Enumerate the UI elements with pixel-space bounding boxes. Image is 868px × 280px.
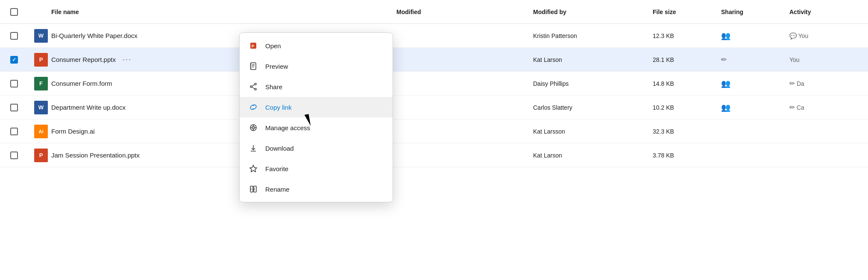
menu-item-share[interactable]: Share (240, 76, 393, 97)
activity-cell: ✏ Da (789, 79, 858, 88)
menu-item-copy-link[interactable]: Copy link (240, 97, 393, 117)
filesize-cell: 12.3 KB (653, 32, 721, 39)
select-all-checkbox[interactable] (10, 8, 18, 16)
col-header-modified: Modified (396, 9, 533, 15)
sharing-icon: 👥 (721, 32, 730, 40)
sharing-icon: 👥 (721, 103, 730, 112)
svg-point-10 (253, 127, 254, 128)
file-icon-cell: P (31, 53, 51, 67)
row-checkbox-input[interactable] (10, 104, 18, 111)
open-icon: P (248, 41, 258, 51)
menu-item-open-label: Open (265, 42, 281, 50)
table-header: File name Modified Modified by File size… (0, 0, 868, 24)
svg-marker-18 (250, 165, 257, 172)
file-icon-cell: W (31, 101, 51, 114)
menu-item-download[interactable]: Download (240, 138, 393, 158)
table-row[interactable]: W Bi-Quarterly White Paper.docx Kristin … (0, 24, 868, 48)
sharing-cell: 👥 (721, 79, 789, 88)
modified-by-cell: Daisy Phillips (533, 80, 653, 87)
docx-icon: W (34, 101, 48, 114)
svg-line-8 (252, 87, 255, 89)
modified-by-cell: Kat Larson (533, 152, 653, 159)
row-checkbox[interactable] (10, 80, 31, 88)
table-body: W Bi-Quarterly White Paper.docx Kristin … (0, 24, 868, 280)
activity-icon: 💬 (789, 32, 797, 39)
more-options-button[interactable]: ··· (123, 55, 132, 64)
file-icon-cell: F (31, 77, 51, 90)
menu-item-rename-label: Rename (265, 186, 290, 193)
menu-item-preview-label: Preview (265, 63, 288, 70)
edit-icon: ✏ (789, 104, 795, 111)
row-checkbox[interactable] (10, 128, 31, 135)
row-checkbox-input[interactable] (10, 80, 18, 88)
col-header-name: File name (51, 9, 396, 15)
edit-icon: ✏ (721, 56, 727, 63)
preview-icon (248, 61, 258, 71)
file-name: Bi-Quarterly White Paper.docx (51, 32, 138, 39)
col-header-activity: Activity (789, 9, 858, 15)
svg-rect-2 (251, 63, 256, 70)
modified-by-cell: Carlos Slattery (533, 104, 653, 111)
manage-access-icon (248, 122, 258, 133)
menu-item-manage-access[interactable]: Manage access (240, 117, 393, 138)
share-icon (248, 82, 258, 92)
table-row[interactable]: Ai Form Design.ai Kat Larsson 32.3 KB (0, 120, 868, 143)
file-icon-cell: Ai (31, 125, 51, 138)
menu-item-open[interactable]: P Open (240, 35, 393, 56)
filesize-cell: 32.3 KB (653, 128, 721, 135)
header-checkbox[interactable] (10, 8, 31, 16)
activity-cell: 💬 You (789, 32, 858, 39)
table-row[interactable]: F Consumer Form.form Daisy Phillips 14.8… (0, 72, 868, 96)
pptx-icon: P (34, 53, 48, 67)
file-icon-cell: P (31, 149, 51, 162)
row-checkbox-input[interactable] (10, 128, 18, 135)
copy-link-icon (248, 102, 258, 112)
menu-item-copy-link-label: Copy link (265, 104, 292, 111)
filesize-cell: 28.1 KB (653, 56, 721, 63)
favorite-icon (248, 163, 258, 174)
sharing-cell: ✏ (721, 55, 789, 64)
filesize-cell: 10.2 KB (653, 104, 721, 111)
row-checkbox[interactable] (10, 56, 31, 64)
svg-line-7 (252, 85, 255, 86)
row-checkbox-input[interactable] (10, 56, 18, 64)
row-checkbox[interactable] (10, 152, 31, 159)
menu-item-preview[interactable]: Preview (240, 56, 393, 76)
file-name: Consumer Form.form (51, 80, 112, 87)
menu-item-manage-access-label: Manage access (265, 124, 310, 131)
table-row[interactable]: W Department Write up.docx Carlos Slatte… (0, 96, 868, 120)
menu-item-share-label: Share (265, 83, 282, 90)
sharing-cell: 👥 (721, 103, 789, 112)
pptx-icon: P (34, 149, 48, 162)
filesize-cell: 14.8 KB (653, 80, 721, 87)
row-checkbox[interactable] (10, 32, 31, 40)
filesize-cell: 3.78 KB (653, 152, 721, 159)
file-name: Department Write up.docx (51, 104, 126, 111)
activity-cell: ✏ Ca (789, 103, 858, 111)
file-name: Form Design.ai (51, 128, 95, 135)
menu-item-favorite[interactable]: Favorite (240, 158, 393, 179)
svg-point-6 (250, 86, 252, 88)
col-header-modified-by: Modified by (533, 9, 653, 15)
col-header-sharing: Sharing (721, 9, 789, 15)
sharing-icon: 👥 (721, 79, 730, 88)
activity-cell: You (789, 56, 858, 63)
ai-icon: Ai (34, 125, 48, 138)
menu-item-rename[interactable]: Rename (240, 179, 393, 199)
table-row[interactable]: P Consumer Report.pptx ··· Kat Larson 28… (0, 48, 868, 72)
menu-item-download-label: Download (265, 145, 294, 152)
edit-icon: ✏ (789, 80, 795, 87)
svg-point-4 (255, 83, 256, 85)
menu-item-favorite-label: Favorite (265, 165, 288, 172)
row-checkbox-input[interactable] (10, 152, 18, 159)
download-icon (248, 143, 258, 153)
table-row[interactable]: P Jam Session Presentation.pptx Kat Lars… (0, 143, 868, 167)
row-checkbox[interactable] (10, 104, 31, 111)
svg-point-5 (255, 88, 256, 90)
form-icon: F (34, 77, 48, 90)
row-checkbox-input[interactable] (10, 32, 18, 40)
file-manager: File name Modified Modified by File size… (0, 0, 868, 280)
svg-text:P: P (252, 44, 254, 48)
context-menu: P Open Preview Sha (239, 32, 393, 202)
file-name: Consumer Report.pptx (51, 56, 116, 63)
